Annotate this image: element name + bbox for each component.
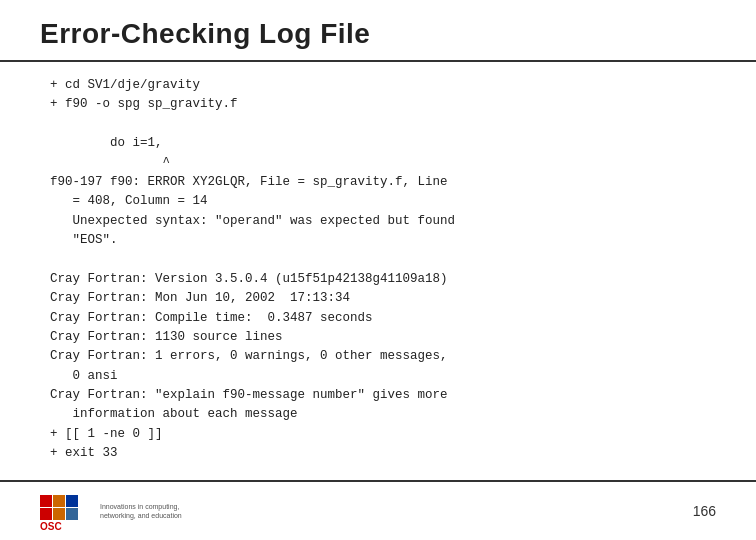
svg-rect-0 xyxy=(40,508,52,520)
svg-rect-2 xyxy=(40,495,52,507)
slide-content: + cd SV1/dje/gravity + f90 -o spg sp_gra… xyxy=(0,62,756,480)
svg-text:OSC: OSC xyxy=(40,521,62,532)
slide-page: Error-Checking Log File + cd SV1/dje/gra… xyxy=(0,0,756,540)
logo-subtitle-line1: Innovations in computing, xyxy=(100,502,182,511)
svg-rect-5 xyxy=(66,508,78,520)
slide-header: Error-Checking Log File xyxy=(0,0,756,62)
osc-logo: OSC xyxy=(40,490,92,532)
slide-title: Error-Checking Log File xyxy=(40,18,716,50)
svg-rect-3 xyxy=(53,495,65,507)
svg-rect-4 xyxy=(66,495,78,507)
page-number: 166 xyxy=(693,503,716,519)
slide-footer: OSC Innovations in computing, networking… xyxy=(0,480,756,540)
svg-rect-1 xyxy=(53,508,65,520)
logo-subtitle-line2: networking, and education xyxy=(100,511,182,520)
logo-subtitle: Innovations in computing, networking, an… xyxy=(100,502,182,520)
code-block: + cd SV1/dje/gravity + f90 -o spg sp_gra… xyxy=(50,76,706,464)
logo-area: OSC Innovations in computing, networking… xyxy=(40,490,182,532)
